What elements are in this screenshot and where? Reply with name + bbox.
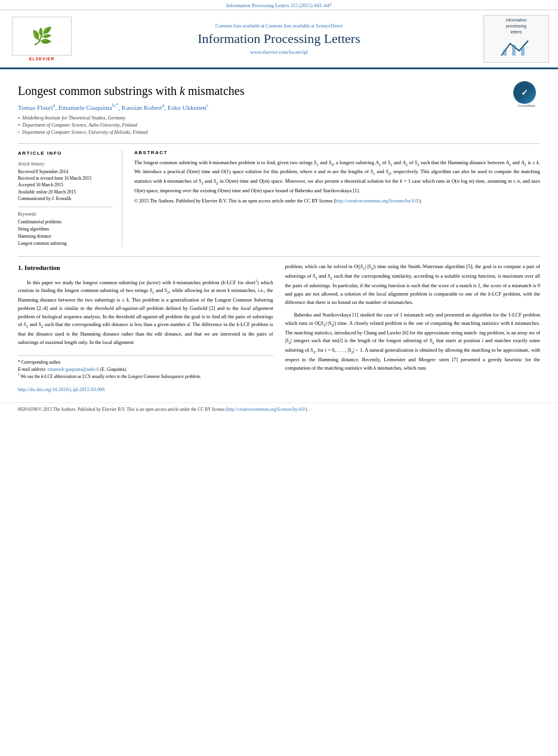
main-col-right: problem, which can be solved in O(|S1|·|… [285,263,541,394]
issn-line: 0020-0190/© 2015 The Authors. Published … [18,406,540,413]
footnote-1: 1 We use the k-LCF abbreviation as LCS u… [18,373,273,380]
science-direct-link[interactable]: Contents lists available at ScienceDirec… [266,23,343,29]
doi-link[interactable]: http://dx.doi.org/10.1016/j.ipl.2015.03.… [18,386,273,394]
affiliation-a: a Heidelberg Institute for Theoretical S… [18,115,540,122]
keyword-1: Combinatorial problems [18,219,113,226]
introduction-heading: 1. Introduction [18,263,273,273]
journal-center: Contents lists available at Contents lis… [81,23,477,55]
received-date: Received 8 September 2014 [18,168,113,175]
crossmark-label: CrossMark [513,104,540,107]
bottom-bar: 0020-0190/© 2015 The Authors. Published … [0,402,558,416]
elsevier-label: ELSEVIER [29,57,55,61]
author-4: Esko Ukkonenc [168,104,209,111]
main-col-left: 1. Introduction In this paper we study t… [18,263,273,394]
available-date: Available online 20 March 2015 [18,189,113,195]
author-2: Emanuele Giaquintab,* [58,104,118,111]
journal-ref-text: Information Processing Letters 115 (2015… [226,2,332,8]
history-label: Article history: [18,161,113,167]
author-1: Tomas Flouria [18,104,55,111]
affiliation-b: b Department of Computer Science, Aalto … [18,122,540,129]
abstract-column: ABSTRACT The longest common substring wi… [134,150,540,248]
authors: Tomas Flouria, Emanuele Giaquintab,*, Ka… [18,103,540,111]
main-content: 1. Introduction In this paper we study t… [18,263,540,394]
intro-para-1: In this paper we study the longest commo… [18,278,273,346]
article-info-title: ARTICLE INFO [18,150,113,157]
section-divider [18,256,540,257]
bottom-cc-link[interactable]: http://creativecommons.org/licenses/by/4… [227,407,306,412]
ipl-logo: informationprocessingletters [483,15,549,63]
crossmark-badge[interactable]: ✓ CrossMark [513,81,540,108]
tree-icon: 🌿 [32,26,53,46]
article-info-abstract-section: ARTICLE INFO Article history: Received 8… [18,143,540,248]
journal-title: Information Processing Letters [81,31,477,47]
affiliation-c: c Department of Computer Science, Univer… [18,129,540,136]
author-3: Kassian Koberta [122,104,165,111]
article-body: ✓ CrossMark Longest common substrings wi… [0,69,558,402]
keywords-label: Keywords: [18,211,113,217]
right-para-2: Babenko and Starikovskaya [1] studied th… [285,311,541,372]
revised-date: Received in revised form 16 March 2015 [18,175,113,182]
right-para-1: problem, which can be solved in O(|S1|·|… [285,263,541,306]
keyword-3: Hamming distance [18,233,113,240]
footnote-area: * Corresponding author. E-mail address: … [18,355,273,379]
email-note: E-mail address: emanuele.giaquinta@aalto… [18,366,273,373]
abstract-text: The longest common substring with k-mism… [134,159,540,195]
svg-rect-1 [512,45,516,56]
journal-header: 🌿 ELSEVIER Contents lists available at C… [0,10,558,69]
email-link[interactable]: emanuele.giaquinta@aalto.fi [48,367,99,372]
elsevier-logo-box: 🌿 [12,17,72,56]
crossmark-icon: ✓ [513,81,536,104]
keyword-4: Longest common substring [18,240,113,247]
elsevier-logo-area: 🌿 ELSEVIER [9,17,75,61]
keyword-2: String algorithms [18,226,113,233]
science-direct-note: Contents lists available at Contents lis… [81,23,477,29]
svg-rect-2 [521,47,525,56]
article-title: Longest common substrings with k mismatc… [18,84,540,98]
ipl-logo-text: informationprocessingletters [498,17,534,60]
journal-reference-bar: Information Processing Letters 115 (2015… [0,0,558,10]
copyright-line: © 2015 The Authors. Published by Elsevie… [134,198,540,204]
keywords-section: Keywords: Combinatorial problems String … [18,207,113,247]
accepted-date: Accepted 16 March 2015 [18,182,113,188]
article-info-column: ARTICLE INFO Article history: Received 8… [18,150,122,248]
corresponding-author-note: * Corresponding author. [18,359,273,365]
svg-rect-0 [503,50,507,56]
abstract-title: ABSTRACT [134,150,540,155]
communicated-by: Communicated by J. Kowalik [18,195,113,202]
article-history: Article history: Received 8 September 20… [18,161,113,202]
affiliations: a Heidelberg Institute for Theoretical S… [18,115,540,136]
journal-url[interactable]: www.elsevier.com/locate/ipl [81,49,477,55]
cc-license-link[interactable]: http://creativecommons.org/licenses/by/4… [335,198,419,204]
